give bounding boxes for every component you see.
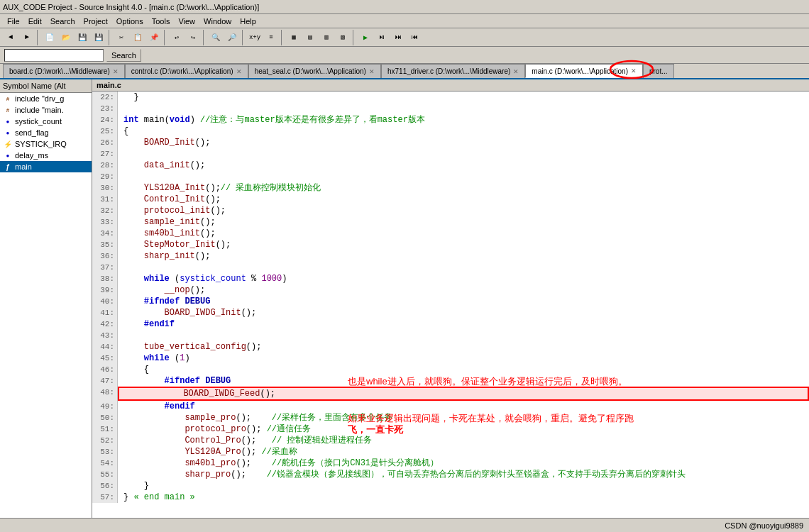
- toolbar-run4[interactable]: ⏮: [407, 30, 422, 45]
- toolbar-run3[interactable]: ⏭: [390, 30, 406, 45]
- line-num-38: 38:: [92, 273, 118, 284]
- line-content-36: sharp_init();: [118, 250, 809, 262]
- line-content-46: {: [118, 364, 809, 375]
- toolbar-run1[interactable]: ▶: [358, 30, 373, 45]
- status-bar: CSDN @nuoyigui9889: [0, 518, 809, 532]
- tab-hx711[interactable]: hx711_driver.c (D:\work\...\Middleware) …: [381, 64, 525, 78]
- code-line-45: 45: while (1): [92, 353, 809, 364]
- toolbar-saveall[interactable]: 💾: [91, 30, 106, 45]
- tab-prot-label: prot...: [649, 67, 668, 75]
- toolbar-proj2[interactable]: ▤: [302, 30, 318, 45]
- line-num-26: 26:: [92, 137, 118, 148]
- line-content-29: [118, 171, 809, 182]
- tab-control-close[interactable]: ✕: [236, 68, 242, 75]
- func-icon: ƒ: [3, 162, 13, 171]
- symbol-sendflag[interactable]: ● send_flag: [0, 127, 92, 138]
- toolbar-proj4[interactable]: ▧: [335, 30, 351, 45]
- line-num-56: 56:: [92, 480, 118, 492]
- line-num-28: 28:: [92, 160, 118, 171]
- line-content-41: BOARD_IWDG_Init();: [118, 307, 809, 318]
- toolbar-back[interactable]: ◄: [3, 30, 18, 45]
- menu-project[interactable]: Project: [79, 16, 112, 27]
- var-icon3: ●: [3, 151, 13, 160]
- toolbar-run2[interactable]: ⏯: [374, 30, 390, 45]
- toolbar-paste[interactable]: 📌: [146, 30, 162, 45]
- menu-help[interactable]: Help: [236, 16, 260, 27]
- toolbar-new[interactable]: 📄: [42, 30, 57, 45]
- toolbar-open[interactable]: 📂: [58, 30, 74, 45]
- code-line-29: 29:: [92, 171, 809, 182]
- code-line-56: 56: }: [92, 480, 809, 492]
- irq-icon: ⚡: [3, 140, 13, 148]
- line-num-49: 49:: [92, 401, 118, 412]
- menu-edit[interactable]: Edit: [24, 16, 46, 27]
- file-label: main.c: [92, 79, 809, 92]
- toolbar-save[interactable]: 💾: [75, 30, 90, 45]
- tab-hx711-close[interactable]: ✕: [513, 68, 519, 75]
- menu-window[interactable]: Window: [199, 16, 236, 27]
- tab-main[interactable]: main.c (D:\work\...\Application) ✕: [525, 64, 643, 78]
- status-text: CSDN @nuoyigui9889: [725, 521, 803, 530]
- menu-view[interactable]: View: [174, 16, 199, 27]
- toolbar-copy[interactable]: 📋: [130, 30, 145, 45]
- code-line-51: 51: protocol_pro(); //通信任务 飞，一直卡死: [92, 423, 809, 435]
- search-input[interactable]: [4, 49, 104, 62]
- toolbar-undo[interactable]: ↩: [169, 30, 185, 45]
- menu-file[interactable]: File: [3, 16, 24, 27]
- line-content-27: [118, 148, 809, 160]
- toolbar-proj3[interactable]: ▥: [319, 30, 334, 45]
- line-num-37: 37:: [92, 262, 118, 273]
- tab-main-close[interactable]: ✕: [631, 67, 637, 74]
- menu-tools[interactable]: Tools: [148, 16, 175, 27]
- symbol-include2[interactable]: # include "main.: [0, 104, 92, 116]
- code-line-24: 24: int main(void) //注意：与master版本还是有很多差异…: [92, 114, 809, 126]
- menu-search[interactable]: Search: [46, 16, 79, 27]
- code-line-47: 47: #ifndef DEBUG: [92, 375, 809, 387]
- code-line-49: 49: #endif: [92, 401, 809, 412]
- line-num-40: 40:: [92, 296, 118, 307]
- symbol-irq-label: SYSTICK_IRQ: [15, 140, 67, 148]
- line-content-57: } « end main »: [118, 492, 809, 503]
- line-content-34: sm40bl_init();: [118, 228, 809, 239]
- line-content-49: #endif: [118, 401, 809, 412]
- line-num-42: 42:: [92, 318, 118, 330]
- tab-control[interactable]: control.c (D:\work\...\Application) ✕: [125, 64, 248, 78]
- tab-board-close[interactable]: ✕: [113, 68, 119, 75]
- line-content-56: }: [118, 480, 809, 492]
- symbol-irq[interactable]: ⚡ SYSTICK_IRQ: [0, 138, 92, 150]
- code-line-36: 36: sharp_init();: [92, 250, 809, 262]
- code-line-44: 44: tube_vertical_config();: [92, 341, 809, 353]
- line-content-51: protocol_pro(); //通信任务: [118, 423, 809, 435]
- symbol-main[interactable]: ƒ main: [0, 161, 92, 172]
- line-num-29: 29:: [92, 171, 118, 182]
- line-num-54: 54:: [92, 458, 118, 469]
- line-num-48: 48:: [92, 387, 118, 401]
- code-line-25: 25: {: [92, 126, 809, 137]
- symbol-systick[interactable]: ● systick_count: [0, 116, 92, 127]
- toolbar-extra2[interactable]: ≡: [263, 30, 279, 45]
- tab-prot[interactable]: prot...: [643, 64, 674, 78]
- code-line-33: 33: sample_init();: [92, 216, 809, 228]
- menu-options[interactable]: Options: [112, 16, 148, 27]
- symbol-include1[interactable]: # include "drv_g: [0, 93, 92, 104]
- toolbar-redo[interactable]: ↪: [185, 30, 201, 45]
- symbol-panel-header: Symbol Name (Alt: [0, 79, 92, 93]
- toolbar-findnext[interactable]: 🔎: [224, 30, 240, 45]
- code-line-52: 52: Control_Pro(); // 控制逻辑处理进程任务: [92, 435, 809, 446]
- toolbar-forward[interactable]: ►: [19, 30, 35, 45]
- tab-heat-seal-close[interactable]: ✕: [369, 68, 375, 75]
- symbol-main-label: main: [15, 162, 32, 171]
- code-content[interactable]: 22: } 23: 24: int main(void) //注意：与maste…: [92, 92, 809, 518]
- tab-board[interactable]: board.c (D:\work\...\Middleware) ✕: [3, 64, 125, 78]
- tab-main-label: main.c (D:\work\...\Application): [532, 67, 628, 75]
- code-line-48: 48: BOARD_IWDG_Feed(); 也是while进入后，就喂狗。保证…: [92, 387, 809, 401]
- toolbar-find[interactable]: 🔍: [208, 30, 224, 45]
- search-button[interactable]: Search: [106, 49, 141, 62]
- tab-heat-seal[interactable]: heat_seal.c (D:\work\...\Application) ✕: [248, 64, 381, 78]
- line-content-24: int main(void) //注意：与master版本还是有很多差异了，看m…: [118, 114, 809, 126]
- toolbar-cut[interactable]: ✂: [114, 30, 129, 45]
- toolbar-extra1[interactable]: x+y: [247, 30, 263, 45]
- symbol-delay[interactable]: ● delay_ms: [0, 150, 92, 161]
- line-num-22: 22:: [92, 92, 118, 103]
- toolbar-proj1[interactable]: ▦: [286, 30, 302, 45]
